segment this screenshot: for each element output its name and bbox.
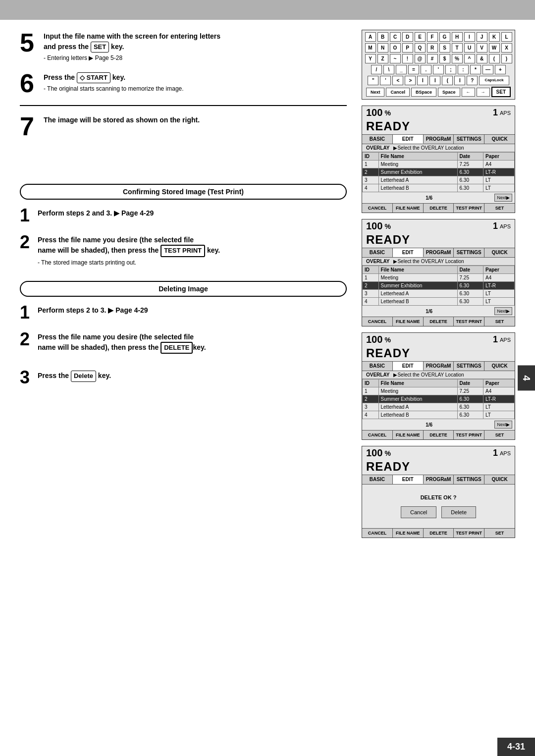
screen-3-next-btn[interactable]: Next▶ bbox=[494, 421, 512, 429]
kb-key-tilde[interactable]: ~ bbox=[390, 54, 401, 63]
screen-2-tab-edit[interactable]: EDIT bbox=[393, 248, 424, 257]
screen-4-tab-quick[interactable]: QUICK bbox=[484, 475, 515, 484]
screen-4-tab-edit[interactable]: EDIT bbox=[393, 475, 424, 484]
kb-key-q[interactable]: Q bbox=[415, 43, 426, 53]
screen-1-tab-settings[interactable]: SETTINGS bbox=[454, 135, 484, 144]
screen-3-cancel-btn[interactable]: CANCEL bbox=[362, 431, 393, 439]
kb-key-e[interactable]: E bbox=[415, 32, 426, 42]
screen-3-tab-edit[interactable]: EDIT bbox=[393, 362, 424, 371]
test-print-key[interactable]: TEST PRINT bbox=[160, 245, 205, 257]
screen-4-testprint-btn[interactable]: TEST PRINT bbox=[454, 529, 484, 538]
kb-key-semi[interactable]: ; bbox=[445, 65, 456, 74]
delete-btn-key[interactable]: Delete bbox=[71, 371, 96, 381]
kb-key-excl[interactable]: ! bbox=[402, 54, 413, 63]
screen-3-delete-btn[interactable]: DELETE bbox=[424, 431, 454, 439]
screen-3-tab-basic[interactable]: BASIC bbox=[362, 362, 393, 371]
screen-2-tab-program[interactable]: PROGRaM bbox=[424, 248, 454, 257]
screen-1-delete-btn[interactable]: DELETE bbox=[424, 204, 454, 213]
screen-2-row-3[interactable]: 3 Letterhead A 6.30 LT bbox=[363, 290, 515, 298]
screen-2-tab-quick[interactable]: QUICK bbox=[484, 248, 515, 257]
screen-2-row-2[interactable]: 2 Summer Exhibition 6.30 LT-R bbox=[363, 282, 515, 290]
kb-key-slash[interactable]: / bbox=[371, 65, 382, 74]
screen-2-filename-btn[interactable]: FILE NAME bbox=[393, 317, 424, 326]
kb-key-percent[interactable]: % bbox=[452, 54, 463, 63]
screen-2-row-1[interactable]: 1 Meeting 7.25 A4 bbox=[363, 274, 515, 282]
kb-key-r[interactable]: R bbox=[427, 43, 438, 53]
kb-key-m[interactable]: M bbox=[365, 43, 376, 53]
kb-key-i1[interactable]: I bbox=[417, 76, 428, 85]
kb-key-u[interactable]: U bbox=[464, 43, 475, 53]
screen-3-filename-btn[interactable]: FILE NAME bbox=[393, 431, 424, 439]
kb-key-at[interactable]: @ bbox=[415, 54, 426, 63]
screen-4-cancel-btn[interactable]: Cancel bbox=[401, 506, 436, 518]
screen-4-delete-bottom-btn[interactable]: DELETE bbox=[424, 529, 454, 538]
kb-next-btn[interactable]: Next bbox=[366, 88, 385, 97]
kb-key-c[interactable]: C bbox=[390, 32, 401, 42]
kb-key-hash[interactable]: # bbox=[427, 54, 438, 63]
screen-3-row-3[interactable]: 3 Letterhead A 6.30 LT bbox=[363, 403, 515, 411]
screen-4-delete-btn[interactable]: Delete bbox=[441, 506, 476, 518]
kb-key-star[interactable]: * bbox=[470, 65, 481, 74]
screen-4-set-btn[interactable]: SET bbox=[484, 529, 515, 538]
screen-3-row-4[interactable]: 4 Letterhead B 6.30 LT bbox=[363, 411, 515, 419]
screen-4-tab-program[interactable]: PROGRaM bbox=[424, 475, 454, 484]
kb-key-dollar[interactable]: $ bbox=[439, 54, 450, 63]
kb-key-capslock[interactable]: CapsLock bbox=[479, 76, 509, 85]
kb-key-i[interactable]: I bbox=[464, 32, 475, 42]
kb-key-f[interactable]: F bbox=[427, 32, 438, 42]
screen-2-tab-settings[interactable]: SETTINGS bbox=[454, 248, 484, 257]
screen-3-tab-program[interactable]: PROGRaM bbox=[424, 362, 454, 371]
screen-2-next-btn[interactable]: Next▶ bbox=[494, 307, 512, 315]
kb-key-dash[interactable]: — bbox=[482, 65, 493, 74]
kb-key-x[interactable]: X bbox=[501, 43, 512, 53]
start-key[interactable]: ◇ START bbox=[77, 72, 110, 83]
kb-key-plus[interactable]: + bbox=[495, 65, 506, 74]
kb-key-s[interactable]: S bbox=[439, 43, 450, 53]
kb-key-l[interactable]: L bbox=[501, 32, 512, 42]
screen-1-testprint-btn[interactable]: TEST PRINT bbox=[454, 204, 484, 213]
kb-key-qmark[interactable]: ? bbox=[467, 76, 478, 85]
kb-key-pipe[interactable]: I bbox=[454, 76, 465, 85]
screen-1-set-btn[interactable]: SET bbox=[484, 204, 515, 213]
kb-key-backslash[interactable]: \ bbox=[383, 65, 394, 74]
screen-1-next-btn[interactable]: Next▶ bbox=[494, 194, 512, 202]
screen-1-tab-program[interactable]: PROGRaM bbox=[424, 135, 454, 144]
kb-key-lbrack[interactable]: ( bbox=[442, 76, 453, 85]
screen-1-row-1[interactable]: 1 Meeting 7.25 A4 bbox=[363, 161, 515, 168]
kb-key-rparen[interactable]: ) bbox=[501, 54, 512, 63]
kb-key-caret[interactable]: ^ bbox=[464, 54, 475, 63]
screen-1-tab-basic[interactable]: BASIC bbox=[362, 135, 393, 144]
screen-4-tab-basic[interactable]: BASIC bbox=[362, 475, 393, 484]
kb-left-arrow[interactable]: ← bbox=[462, 88, 475, 97]
kb-key-w[interactable]: W bbox=[489, 43, 500, 53]
screen-2-tab-basic[interactable]: BASIC bbox=[362, 248, 393, 257]
set-key[interactable]: SET bbox=[91, 42, 109, 53]
kb-key-i2[interactable]: I bbox=[429, 76, 440, 85]
kb-key-b[interactable]: B bbox=[377, 32, 388, 42]
screen-4-filename-btn[interactable]: FILE NAME bbox=[393, 529, 424, 538]
screen-3-tab-settings[interactable]: SETTINGS bbox=[454, 362, 484, 371]
screen-2-testprint-btn[interactable]: TEST PRINT bbox=[454, 317, 484, 326]
kb-key-t[interactable]: T bbox=[452, 43, 463, 53]
screen-1-tab-edit[interactable]: EDIT bbox=[393, 135, 424, 144]
screen-2-delete-btn[interactable]: DELETE bbox=[424, 317, 454, 326]
kb-key-lt[interactable]: < bbox=[392, 76, 403, 85]
kb-key-squote[interactable]: ' bbox=[380, 76, 391, 85]
kb-set-btn[interactable]: SET bbox=[491, 87, 511, 97]
screen-1-row-3[interactable]: 3 Letterhead A 6.30 LT bbox=[363, 176, 515, 184]
delete-key[interactable]: DELETE bbox=[160, 342, 193, 354]
kb-key-underscore[interactable]: _ bbox=[396, 65, 407, 74]
kb-key-a[interactable]: A bbox=[365, 32, 376, 42]
kb-key-comma[interactable]: ' bbox=[433, 65, 444, 74]
screen-2-cancel-btn[interactable]: CANCEL bbox=[362, 317, 393, 326]
screen-3-row-2[interactable]: 2 Summer Exhibition 6.30 LT-R bbox=[363, 395, 515, 403]
kb-key-g[interactable]: G bbox=[439, 32, 450, 42]
kb-key-p[interactable]: P bbox=[402, 43, 413, 53]
kb-key-v[interactable]: V bbox=[477, 43, 487, 53]
kb-key-colon[interactable]: : bbox=[458, 65, 469, 74]
screen-3-tab-quick[interactable]: QUICK bbox=[484, 362, 515, 371]
kb-key-o[interactable]: O bbox=[390, 43, 401, 53]
screen-3-set-btn[interactable]: SET bbox=[484, 431, 515, 439]
kb-key-equals[interactable]: = bbox=[408, 65, 419, 74]
screen-1-tab-quick[interactable]: QUICK bbox=[484, 135, 515, 144]
